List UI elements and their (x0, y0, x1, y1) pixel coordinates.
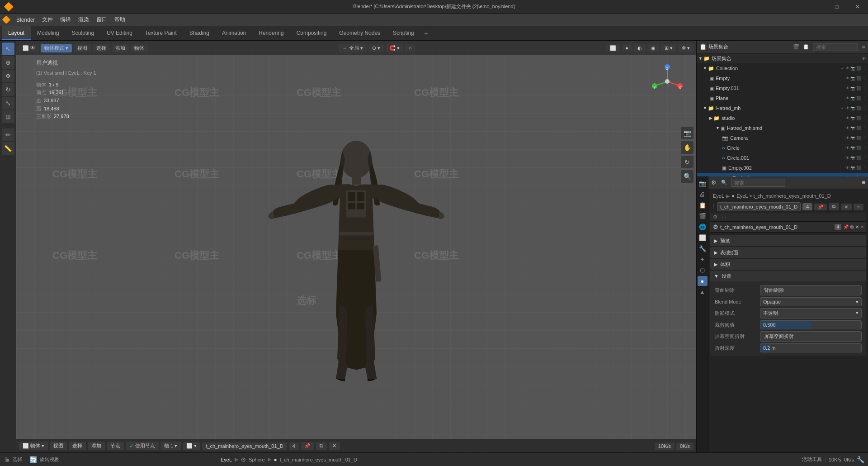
viewport-shading-wire[interactable]: ⬜ (606, 44, 620, 52)
rotate-tool-button[interactable]: ↻ (2, 83, 14, 96)
measure-tool-button[interactable]: 📏 (2, 142, 14, 155)
c001-more[interactable]: ⋮ (862, 156, 866, 160)
menu-file[interactable]: 文件 (38, 15, 57, 24)
menu-edit[interactable]: 编辑 (57, 15, 75, 24)
editor-type-button[interactable]: ⬜ 👁 (19, 44, 39, 52)
hm-render[interactable]: ⬛ (856, 106, 861, 110)
empty-vis[interactable]: 👁 (845, 76, 849, 81)
maximize-button[interactable]: □ (826, 0, 847, 14)
empty-cam[interactable]: 📷 (850, 76, 855, 81)
camera-row[interactable]: 📷 Camera 👁 📷 ⬛ ⋮ (697, 133, 868, 143)
viewport-3d[interactable]: CG模型主 CG模型主 CG模型主 CG模型主 CG模型主 CG模型主 CG模型… (16, 41, 696, 452)
material-type-button[interactable]: ⬜ ▾ (183, 442, 200, 450)
e002-cam[interactable]: 📷 (850, 166, 855, 170)
tab-layout[interactable]: Layout (2, 26, 31, 40)
refract-depth-slider[interactable]: 0.2 m (760, 343, 862, 352)
e002-more[interactable]: ⋮ (862, 166, 866, 170)
col-render[interactable]: ⬛ (856, 66, 861, 71)
camera-view-button[interactable]: 📷 (681, 127, 693, 139)
viewport-shading-material[interactable]: ◐ (634, 44, 646, 52)
st-cam[interactable]: 📷 (850, 116, 855, 120)
menu-blender[interactable]: Blender (13, 16, 38, 24)
footer-material-name[interactable]: t_ch_mainhero_eyes_mouth_01_D (202, 442, 287, 450)
use-node-button[interactable]: ✓ 使用节点 (126, 442, 159, 450)
volume-section-header[interactable]: ▶ 体积 (710, 259, 866, 270)
output-props-button[interactable]: 🖨 (698, 189, 708, 199)
e001-vis[interactable]: 👁 (845, 86, 849, 90)
tab-compositing[interactable]: Compositing (290, 26, 333, 40)
cam-more[interactable]: ⋮ (862, 136, 866, 140)
mat-copy-button[interactable]: ⧉ (829, 203, 839, 210)
transform-orientation-button[interactable]: ↔ 全局 ▾ (339, 44, 367, 52)
col-vis[interactable]: 👁 (845, 66, 849, 71)
tab-animation[interactable]: Animation (216, 26, 252, 40)
e001-render[interactable]: ⬛ (856, 86, 861, 90)
annotate-tool-button[interactable]: ✏ (2, 128, 14, 141)
footer-close-button[interactable]: ✕ (329, 442, 340, 450)
scene-vis-icon[interactable]: 👁 (862, 56, 866, 61)
circle-row[interactable]: ○ Circle 👁 📷 ⬛ ⋮ (697, 143, 868, 153)
menu-window[interactable]: 窗口 (93, 15, 111, 24)
clip-threshold-slider[interactable]: 0.500 (760, 320, 862, 329)
circ-render[interactable]: ⬛ (856, 146, 861, 150)
tab-geometry-nodes[interactable]: Geometry Nodes (333, 26, 387, 40)
proportional-button[interactable]: ○ (405, 44, 415, 52)
minimize-button[interactable]: ─ (806, 0, 826, 14)
scene-collection-root[interactable]: ▼ 📁 场景集合 👁 (697, 53, 868, 63)
mat-close-2[interactable]: ✕ (855, 224, 859, 229)
settings-section-header[interactable]: ▼ 设置 (710, 271, 866, 281)
plane-more[interactable]: ⋮ (862, 96, 866, 100)
circ-more[interactable]: ⋮ (862, 146, 866, 150)
empty-more[interactable]: ⋮ (862, 76, 866, 81)
add-workspace-button[interactable]: + (420, 26, 432, 40)
shadow-mode-dropdown[interactable]: 不透明 ▾ (760, 308, 862, 319)
hm-vis[interactable]: 👁 (845, 106, 849, 110)
tab-uv-editing[interactable]: UV Editing (100, 26, 139, 40)
material-slot-button[interactable]: 槽 1 ▾ (160, 442, 181, 450)
props-search-input[interactable] (731, 179, 785, 187)
move-tool-button[interactable]: ✥ (2, 70, 14, 82)
viewport-shading-solid[interactable]: ● (622, 44, 632, 52)
smd-more[interactable]: ⋮ (862, 126, 866, 130)
add-menu-button[interactable]: 添加 (112, 44, 129, 52)
e001-cam[interactable]: 📷 (850, 86, 855, 90)
cam-vis[interactable]: 👁 (845, 136, 849, 140)
pivot-button[interactable]: ⊙ ▾ (368, 44, 384, 52)
material-props-button[interactable]: ● (698, 276, 708, 286)
mat-pin-2[interactable]: 📌 (843, 224, 849, 229)
clip-threshold-value[interactable]: 0.500 (760, 320, 862, 329)
smd-render[interactable]: ⬛ (856, 126, 861, 130)
surface-section-header[interactable]: ▶ 表(曲)面 (710, 247, 866, 258)
props-filter-icon[interactable]: ≡ (862, 179, 865, 186)
col-check[interactable]: ✓ (841, 66, 844, 71)
object-props-button[interactable]: ⬜ (698, 233, 708, 243)
particles-props-button[interactable]: ✦ (698, 254, 708, 264)
pan-button[interactable]: ✋ (681, 141, 693, 154)
e002-vis[interactable]: 👁 (845, 166, 849, 170)
c001-cam[interactable]: 📷 (850, 156, 855, 160)
render-props-button[interactable]: 📷 (698, 178, 708, 188)
cursor-tool-button[interactable]: ⊕ (2, 56, 14, 69)
hatred-mh-row[interactable]: ▼ 📁 Hatred_mh ✓ 👁 📷 ⬛ ⋮ (697, 103, 868, 113)
footer-view-button[interactable]: 视图 (50, 442, 67, 450)
modifier-props-button[interactable]: 🔧 (698, 243, 708, 253)
empty-row[interactable]: ▣ Empty 👁 📷 ⬛ ⋮ (697, 73, 868, 83)
scale-tool-button[interactable]: ⤡ (2, 97, 14, 109)
object-menu-button[interactable]: 物体 (131, 44, 148, 52)
st-more[interactable]: ⋮ (862, 116, 866, 120)
viewport-gizmo-button[interactable]: ✥ ▾ (678, 44, 693, 52)
plane-row[interactable]: ▣ Plane 👁 📷 ⬛ ⋮ (697, 93, 868, 103)
mat-filter-2[interactable]: ≡ (861, 224, 863, 229)
footer-point-button[interactable]: 节点 (107, 442, 124, 450)
tab-modeling[interactable]: Modeling (31, 26, 66, 40)
outliner-search[interactable] (813, 43, 858, 51)
tab-sculpting[interactable]: Sculpting (66, 26, 100, 40)
blend-mode-dropdown[interactable]: Opaque ▾ (760, 297, 862, 306)
mat-filter-button[interactable]: ≡ (854, 204, 863, 210)
world-props-button[interactable]: 🌐 (698, 222, 708, 232)
select-menu-button[interactable]: 选择 (93, 44, 110, 52)
mat-copy-2[interactable]: ⧉ (850, 224, 854, 230)
plane-cam[interactable]: 📷 (850, 96, 855, 100)
c001-vis[interactable]: 👁 (845, 156, 849, 160)
plane-vis[interactable]: 👁 (845, 96, 849, 100)
